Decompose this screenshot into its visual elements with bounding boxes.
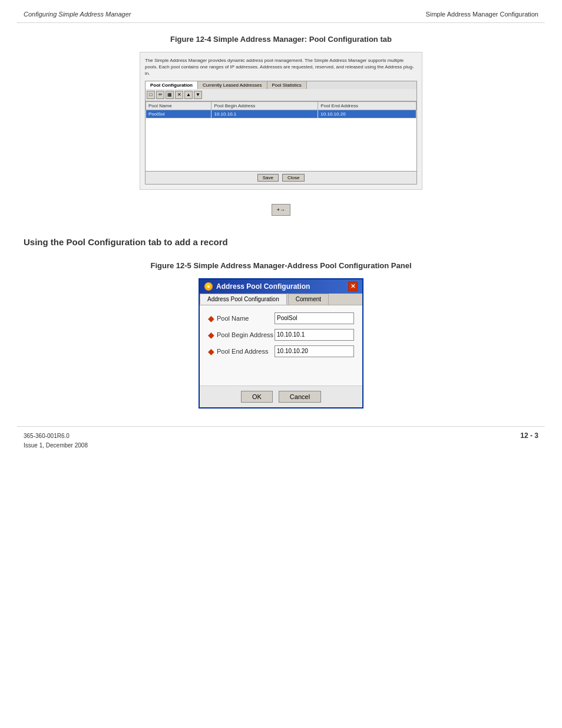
form-row-pool-name: ◆ Pool Name bbox=[208, 312, 354, 324]
input-end-address[interactable] bbox=[275, 345, 354, 357]
col-end: Pool End Address bbox=[318, 101, 416, 110]
screenshot-tabs: Pool Configuration Currently Leased Addr… bbox=[145, 81, 417, 89]
form-row-begin: ◆ Pool Begin Address bbox=[208, 329, 354, 341]
col-begin: Pool Begin Address bbox=[211, 101, 318, 110]
footer-page: 12 - 3 bbox=[520, 431, 538, 450]
cell-begin: 10.10.10.1 bbox=[211, 110, 318, 118]
dialog-titlebar: ● Address Pool Configuration ✕ bbox=[200, 279, 362, 294]
save-button[interactable]: Save bbox=[257, 174, 279, 182]
tab-pool-config[interactable]: Pool Configuration bbox=[146, 81, 198, 89]
dialog-tab-config[interactable]: Address Pool Configuration bbox=[200, 294, 287, 305]
dialog-footer: OK Cancel bbox=[200, 386, 362, 407]
expand-icon[interactable]: +→ bbox=[272, 204, 290, 216]
close-button[interactable]: Close bbox=[282, 174, 305, 182]
figure2-dialog-wrapper: ● Address Pool Configuration ✕ Address P… bbox=[199, 278, 363, 409]
header-right: Simple Address Manager Configuration bbox=[426, 11, 538, 18]
figure1-screenshot: The Simple Address Manager provides dyna… bbox=[140, 52, 422, 190]
dialog-body: ◆ Pool Name ◆ Pool Begin Address bbox=[200, 305, 362, 386]
screenshot-btn-row: Save Close bbox=[145, 172, 417, 185]
dialog-titlebar-left: ● Address Pool Configuration bbox=[204, 282, 310, 291]
required-dot-3: ◆ bbox=[208, 347, 214, 355]
section-heading: Using the Pool Configuration tab to add … bbox=[24, 237, 538, 247]
header-divider bbox=[18, 22, 544, 23]
footer-ref: 365-360-001R6.0 bbox=[24, 431, 88, 441]
footer-issue: Issue 1, December 2008 bbox=[24, 441, 88, 450]
edit-btn[interactable]: ✏ bbox=[156, 91, 164, 99]
label-end: ◆ Pool End Address bbox=[208, 347, 275, 355]
label-end-text: Pool End Address bbox=[217, 348, 268, 355]
tab-leased[interactable]: Currently Leased Addresses bbox=[198, 81, 267, 89]
label-pool-name-text: Pool Name bbox=[217, 315, 249, 322]
cell-end: 10.10.10.20 bbox=[318, 110, 416, 118]
input-begin-address[interactable] bbox=[275, 329, 354, 341]
dialog-tab-comment[interactable]: Comment bbox=[288, 294, 329, 305]
table-row[interactable]: PoolSol 10.10.10.1 10.10.10.20 bbox=[146, 110, 416, 118]
dialog-title: Address Pool Configuration bbox=[216, 282, 310, 291]
label-pool-name: ◆ Pool Name bbox=[208, 314, 275, 322]
figure2-title: Figure 12-5 Simple Address Manager-Addre… bbox=[24, 261, 538, 270]
dialog-tabs: Address Pool Configuration Comment bbox=[200, 294, 362, 305]
dialog-close-button[interactable]: ✕ bbox=[348, 282, 358, 291]
up-btn[interactable]: ▲ bbox=[184, 91, 193, 99]
pool-table-wrapper: Pool Name Pool Begin Address Pool End Ad… bbox=[145, 101, 417, 172]
delete-btn[interactable]: ✕ bbox=[175, 91, 183, 99]
required-dot-1: ◆ bbox=[208, 314, 214, 322]
header-left: Configuring Simple Address Manager bbox=[24, 11, 131, 18]
dialog-app-icon: ● bbox=[204, 282, 213, 291]
cancel-button[interactable]: Cancel bbox=[279, 391, 321, 403]
page-header: Configuring Simple Address Manager Simpl… bbox=[0, 0, 562, 22]
copy-btn[interactable]: ▦ bbox=[166, 91, 174, 99]
main-content: Figure 12-4 Simple Address Manager: Pool… bbox=[0, 35, 562, 409]
col-pool-name: Pool Name bbox=[146, 101, 211, 110]
screenshot-toolbar: □ ✏ ▦ ✕ ▲ ▼ bbox=[145, 89, 417, 101]
footer-divider bbox=[18, 426, 544, 427]
pool-table: Pool Name Pool Begin Address Pool End Ad… bbox=[146, 101, 416, 118]
screenshot-desc: The Simple Address Manager provides dyna… bbox=[145, 57, 417, 77]
label-begin: ◆ Pool Begin Address bbox=[208, 331, 275, 339]
figure1-title: Figure 12-4 Simple Address Manager: Pool… bbox=[24, 35, 538, 44]
ok-button[interactable]: OK bbox=[241, 391, 273, 403]
footer-left: 365-360-001R6.0 Issue 1, December 2008 bbox=[24, 431, 88, 450]
label-begin-text: Pool Begin Address bbox=[217, 331, 273, 338]
required-dot-2: ◆ bbox=[208, 331, 214, 339]
tab-statistics[interactable]: Pool Statistics bbox=[267, 81, 307, 89]
down-btn[interactable]: ▼ bbox=[194, 91, 202, 99]
dialog-spacer bbox=[208, 362, 354, 380]
new-btn[interactable]: □ bbox=[147, 91, 155, 99]
form-row-end: ◆ Pool End Address bbox=[208, 345, 354, 357]
cell-pool-name: PoolSol bbox=[146, 110, 211, 118]
input-pool-name[interactable] bbox=[275, 312, 354, 324]
address-pool-dialog: ● Address Pool Configuration ✕ Address P… bbox=[199, 278, 363, 409]
page-footer: 365-360-001R6.0 Issue 1, December 2008 1… bbox=[0, 431, 562, 462]
